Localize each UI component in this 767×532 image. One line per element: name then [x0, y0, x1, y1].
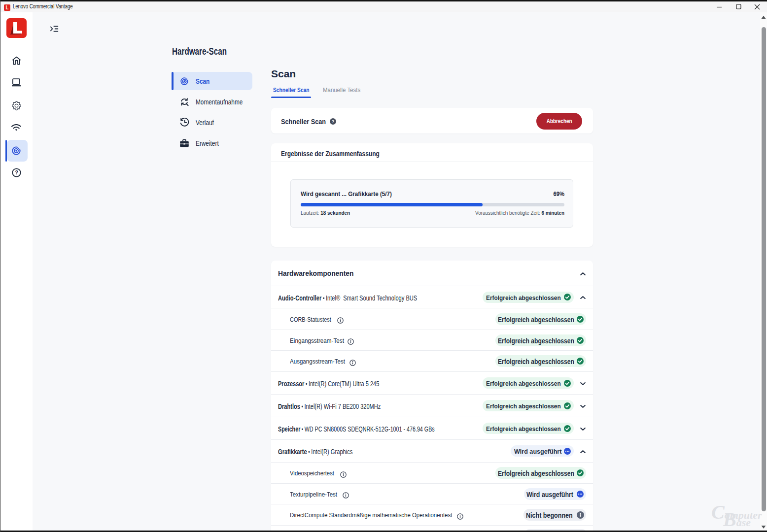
- svg-text:?: ?: [15, 169, 18, 175]
- svg-text:?: ?: [332, 119, 335, 124]
